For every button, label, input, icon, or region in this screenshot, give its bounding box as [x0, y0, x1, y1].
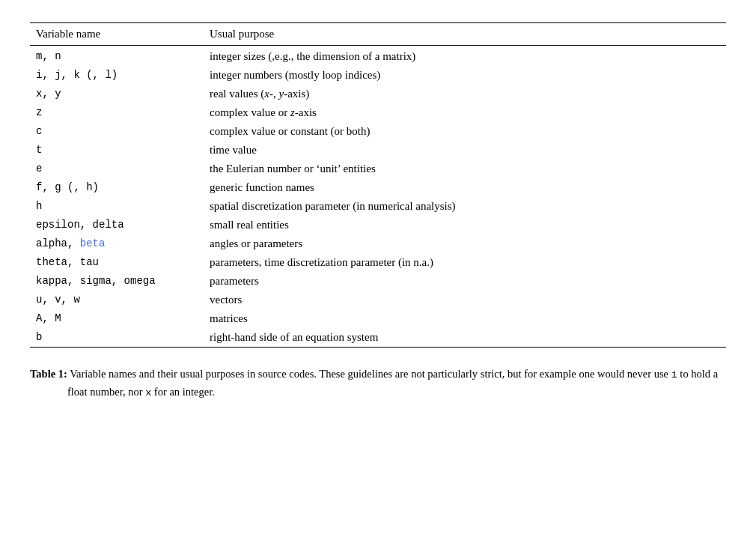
var-cell: f, g (, h) — [30, 178, 210, 197]
purpose-cell: integer sizes (,e.g., the dimension of a… — [210, 46, 726, 67]
var-name-alpha: alpha, — [36, 237, 80, 249]
purpose-text: parameters — [210, 275, 259, 287]
var-name: epsilon, delta — [36, 219, 124, 231]
var-cell: epsilon, delta — [30, 216, 210, 234]
purpose-cell: real values (x-, y-axis) — [210, 85, 726, 103]
table-row: h spatial discretization parameter (in n… — [30, 197, 726, 216]
purpose-cell: angles or parameters — [210, 234, 726, 253]
var-name-beta: beta — [80, 237, 106, 249]
var-name: u, v, w — [36, 294, 80, 306]
var-name: f, g (, h) — [36, 181, 99, 193]
var-cell: x, y — [30, 85, 210, 103]
table-row: b right-hand side of an equation system — [30, 328, 726, 348]
purpose-cell: generic function names — [210, 178, 726, 197]
var-cell: z — [30, 103, 210, 122]
var-name: b — [36, 331, 42, 343]
variable-names-table: Variable name Usual purpose m, n integer… — [30, 22, 726, 351]
var-cell: m, n — [30, 46, 210, 67]
purpose-cell: right-hand side of an equation system — [210, 328, 726, 348]
purpose-text: complex value or constant (or both) — [210, 125, 371, 137]
var-cell: A, M — [30, 309, 210, 328]
purpose-cell: time value — [210, 141, 726, 160]
purpose-cell: complex value or z-axis — [210, 103, 726, 122]
purpose-text: generic function names — [210, 181, 314, 193]
var-cell: c — [30, 122, 210, 141]
purpose-text: angles or parameters — [210, 237, 302, 249]
var-name: t — [36, 144, 42, 156]
col-header-purpose: Usual purpose — [210, 23, 726, 46]
purpose-cell: spatial discretization parameter (in num… — [210, 197, 726, 216]
purpose-text: time value — [210, 144, 257, 156]
purpose-cell: complex value or constant (or both) — [210, 122, 726, 141]
var-cell: e — [30, 160, 210, 178]
table-row: x, y real values (x-, y-axis) — [30, 85, 726, 103]
var-cell: theta, tau — [30, 253, 210, 272]
purpose-text: right-hand side of an equation system — [210, 331, 378, 343]
var-cell: t — [30, 141, 210, 160]
var-name: m, n — [36, 50, 61, 62]
purpose-cell: parameters, time discretization paramete… — [210, 253, 726, 272]
table-row: epsilon, delta small real entities — [30, 216, 726, 234]
purpose-text: parameters, time discretization paramete… — [210, 256, 433, 268]
var-name: theta, tau — [36, 256, 99, 268]
purpose-cell: small real entities — [210, 216, 726, 234]
var-name: x, y — [36, 88, 61, 100]
purpose-text: integer numbers (mostly loop indices) — [210, 69, 380, 81]
table-row: A, M matrices — [30, 309, 726, 328]
italic-y: y — [278, 88, 284, 100]
table-row: f, g (, h) generic function names — [30, 178, 726, 197]
var-cell: b — [30, 328, 210, 348]
var-name: e — [36, 163, 42, 175]
var-name: A, M — [36, 312, 61, 324]
table-row: alpha, beta angles or parameters — [30, 234, 726, 253]
purpose-cell: matrices — [210, 309, 726, 328]
purpose-cell: vectors — [210, 291, 726, 309]
caption-text-end: for an integer. — [151, 386, 215, 398]
var-name: kappa, sigma, omega — [36, 275, 156, 287]
var-cell: kappa, sigma, omega — [30, 272, 210, 291]
purpose-text: vectors — [210, 294, 242, 306]
caption-text-before: Variable names and their usual purposes … — [67, 368, 671, 380]
table-row: i, j, k (, l) integer numbers (mostly lo… — [30, 66, 726, 85]
purpose-cell: parameters — [210, 272, 726, 291]
purpose-text: integer sizes (,e.g., the dimension of a… — [210, 50, 415, 62]
purpose-cell: the Eulerian number or ‘unit’ entities — [210, 160, 726, 178]
purpose-text: spatial discretization parameter (in num… — [210, 200, 456, 212]
table-caption: Table 1: Variable names and their usual … — [30, 366, 726, 401]
col-header-variable: Variable name — [30, 23, 210, 46]
var-cell: alpha, beta — [30, 234, 210, 253]
table-row: theta, tau parameters, time discretizati… — [30, 253, 726, 272]
table-row: kappa, sigma, omega parameters — [30, 272, 726, 291]
table-container: Variable name Usual purpose m, n integer… — [30, 22, 726, 351]
table-row: u, v, w vectors — [30, 291, 726, 309]
italic-z: z — [290, 106, 295, 118]
caption-code-i: i — [671, 369, 677, 380]
var-name: c — [36, 125, 42, 137]
table-row: t time value — [30, 141, 726, 160]
table-row: m, n integer sizes (,e.g., the dimension… — [30, 46, 726, 67]
var-name: z — [36, 106, 42, 118]
var-cell: u, v, w — [30, 291, 210, 309]
purpose-text: matrices — [210, 312, 248, 324]
table-row: c complex value or constant (or both) — [30, 122, 726, 141]
italic-x: x — [264, 88, 269, 100]
table-row: e the Eulerian number or ‘unit’ entities — [30, 160, 726, 178]
var-name: h — [36, 200, 42, 212]
table-row: z complex value or z-axis — [30, 103, 726, 122]
purpose-text: the Eulerian number or ‘unit’ entities — [210, 163, 376, 175]
purpose-cell: integer numbers (mostly loop indices) — [210, 66, 726, 85]
caption-label: Table 1: — [30, 368, 67, 380]
var-cell: i, j, k (, l) — [30, 66, 210, 85]
var-name: i, j, k (, l) — [36, 69, 118, 81]
var-cell: h — [30, 197, 210, 216]
purpose-text: small real entities — [210, 219, 289, 231]
